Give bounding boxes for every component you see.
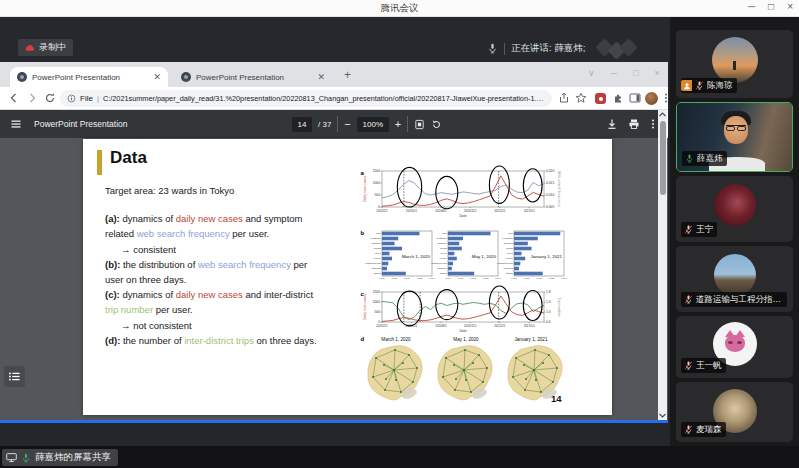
host-icon: [681, 80, 692, 91]
participant-tile[interactable]: 道路运输与工程分指委－胡..: [676, 246, 793, 312]
participant-name: 王宁: [696, 224, 713, 236]
window-minimize-button[interactable]: ─: [748, 1, 755, 12]
share-region-accent-line: [0, 420, 668, 423]
extension-icon[interactable]: [595, 93, 606, 104]
window-title: 腾讯会议: [0, 2, 799, 15]
share-icon[interactable]: [558, 92, 570, 104]
tab-powerpoint-presentation-2[interactable]: PowerPoint Presentation ✕: [174, 67, 332, 87]
back-icon[interactable]: [8, 92, 20, 104]
participant-tile[interactable]: 王宁: [676, 176, 793, 242]
svg-text:Daily new cases: Daily new cases: [363, 294, 367, 320]
tab-strip: PowerPoint Presentation ✕ PowerPoint Pre…: [0, 62, 668, 87]
rotate-icon[interactable]: [431, 119, 442, 130]
address-bar: File | C:/2021summer/paper_daily_read/31…: [0, 87, 668, 110]
svg-text:Others: Others: [440, 272, 448, 275]
url-field[interactable]: File | C:/2021summer/paper_daily_read/31…: [60, 90, 552, 107]
svg-text:January 1, 2021: January 1, 2021: [515, 337, 548, 342]
tab-powerpoint-presentation-1[interactable]: PowerPoint Presentation ✕: [10, 67, 168, 87]
tab-close-icon[interactable]: ✕: [153, 72, 161, 82]
divider: [407, 116, 408, 132]
scrollbar-thumb[interactable]: [660, 121, 666, 195]
svg-text:2020/2/1: 2020/2/1: [376, 324, 388, 328]
svg-text:0.015: 0.015: [546, 181, 554, 185]
forward-icon[interactable]: [26, 92, 38, 104]
fit-page-icon[interactable]: [414, 119, 425, 130]
svg-text:2021/2/1: 2021/2/1: [494, 209, 506, 213]
pdf-scrollbar[interactable]: [658, 110, 667, 420]
url-separator: |: [97, 94, 99, 103]
participant-tile-speaking[interactable]: 薛嘉炜: [676, 102, 793, 172]
svg-text:Date: Date: [459, 329, 466, 333]
avatar: [714, 254, 756, 296]
speaking-indicator: 正在讲话: 薛嘉炜;: [487, 42, 585, 55]
url-scheme-label: File: [80, 94, 93, 103]
info-icon[interactable]: [67, 94, 76, 103]
browser-window-controls[interactable]: ∨─□×: [588, 68, 660, 78]
tab-close-icon[interactable]: ✕: [317, 72, 325, 82]
participant-name: 麦瑞森: [696, 424, 722, 436]
print-icon[interactable]: [628, 118, 640, 130]
svg-text:Diarrhea: Diarrhea: [504, 242, 514, 245]
svg-text:Date: Date: [459, 214, 466, 218]
svg-text:Diarrhea: Diarrhea: [438, 242, 448, 245]
download-icon[interactable]: [606, 118, 618, 130]
monitor-icon: [6, 452, 17, 463]
svg-text:0.020: 0.020: [546, 169, 554, 173]
zoom-out-button[interactable]: −: [344, 117, 350, 132]
window-maximize-button[interactable]: □: [768, 1, 774, 12]
bookmark-star-icon[interactable]: [575, 92, 587, 104]
svg-text:Abdominal pain: Abdominal pain: [431, 262, 448, 265]
reload-icon[interactable]: [44, 92, 56, 104]
mic-muted-icon: [695, 81, 704, 90]
participant-tile[interactable]: 王一帆: [676, 316, 793, 378]
participant-name: 道路运输与工程分指委－胡..: [696, 294, 783, 306]
figure-c-line-chart: c0500100015000.61.01.41.8Daily new cases…: [360, 289, 572, 337]
svg-text:2020/11/1: 2020/11/1: [464, 324, 477, 328]
svg-text:d: d: [361, 336, 365, 342]
extensions-puzzle-icon[interactable]: [612, 92, 624, 104]
svg-text:2021/2/1: 2021/2/1: [494, 324, 506, 328]
svg-text:2020/2/1: 2020/2/1: [376, 209, 388, 213]
page-total-label: / 37: [318, 120, 331, 129]
svg-text:0.004: 0.004: [429, 277, 435, 279]
zoom-in-button[interactable]: +: [395, 117, 401, 132]
annotation-toolbar-button[interactable]: [4, 366, 25, 387]
name-badge: 道路运输与工程分指委－胡..: [681, 292, 787, 307]
scroll-down-icon[interactable]: [658, 411, 667, 420]
profile-avatar[interactable]: [645, 92, 658, 105]
zoom-level-input[interactable]: 100%: [357, 117, 389, 132]
os-titlebar: 腾讯会议 ─ □ ×: [0, 0, 799, 17]
screen-share-badge[interactable]: 薛嘉炜的屏幕共享: [2, 449, 118, 466]
page-number-input[interactable]: 14: [292, 117, 312, 132]
new-tab-button[interactable]: +: [344, 68, 351, 82]
svg-text:500: 500: [374, 193, 380, 197]
name-badge: 陈海琼: [681, 78, 737, 93]
figure-b-bar-charts: bPainHeadacheDiarrheaCoughFeverAnxietyAb…: [360, 227, 572, 289]
svg-text:Fever: Fever: [441, 252, 447, 255]
side-panel-icon[interactable]: [629, 92, 641, 104]
svg-text:Headache: Headache: [436, 237, 448, 240]
recording-badge[interactable]: 录制中: [18, 39, 73, 56]
participant-tile[interactable]: 陈海琼: [676, 30, 793, 98]
pdf-favicon: [17, 72, 27, 82]
slide-body-text: Target area: 23 wards in Tokyo(a): dynam…: [105, 183, 363, 348]
browser-restore-button: □: [633, 68, 638, 78]
svg-text:0.003: 0.003: [549, 277, 555, 279]
pdf-menu-icon[interactable]: [10, 118, 22, 130]
svg-text:Others: Others: [374, 272, 382, 275]
participant-tile[interactable]: 麦瑞森: [676, 382, 793, 442]
scroll-up-icon[interactable]: [658, 110, 667, 119]
window-close-button[interactable]: ×: [787, 1, 793, 12]
svg-text:1000: 1000: [373, 181, 381, 185]
bottom-bar: 薛嘉炜的屏幕共享: [0, 446, 799, 468]
slide-page-number: 14: [551, 393, 562, 404]
svg-text:0.001: 0.001: [392, 277, 398, 279]
svg-text:2021/5/1: 2021/5/1: [524, 324, 536, 328]
svg-text:Insomnia: Insomnia: [437, 267, 447, 270]
svg-text:Daily new cases: Daily new cases: [363, 176, 367, 202]
name-badge: 王一帆: [681, 358, 726, 373]
svg-text:January 1, 2021: January 1, 2021: [531, 254, 563, 259]
speaking-label: 正在讲话: 薛嘉炜;: [511, 42, 585, 55]
url-path: C:/2021summer/paper_daily_read/31.%20pre…: [103, 94, 545, 103]
slide-title: Data: [110, 148, 147, 168]
